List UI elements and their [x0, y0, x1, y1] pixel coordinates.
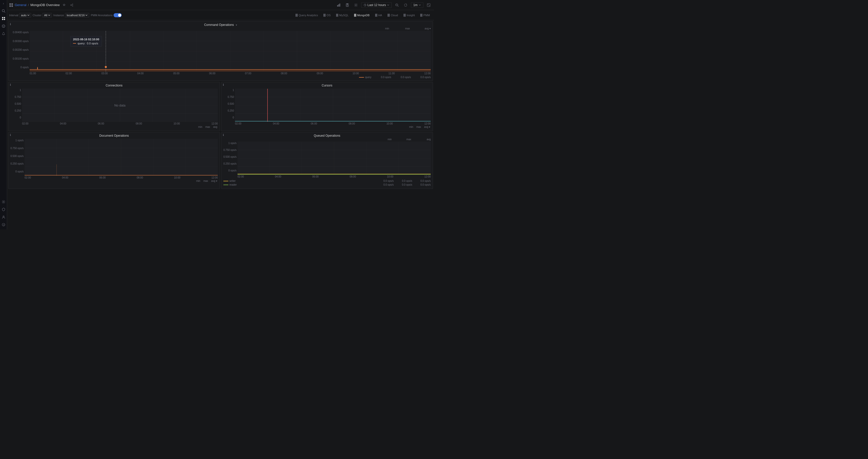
legend-item-reader[interactable]: reader: [223, 183, 375, 186]
legend-writer-avg: 0.0 ops/s: [414, 180, 431, 182]
chart-type-button[interactable]: [335, 2, 342, 8]
legend-header-min: min: [371, 27, 389, 30]
sidebar: ›: [0, 0, 7, 230]
tab-mongodb[interactable]: MongoDB: [352, 13, 372, 18]
svg-point-17: [70, 5, 71, 5]
sidebar-icon-dashboard[interactable]: [1, 16, 7, 22]
panel-queued-operations: ℹ Queued Operations min max avg 1 ops/s: [221, 132, 433, 189]
sidebar-icon-explore[interactable]: [1, 23, 7, 29]
connections-avg[interactable]: avg: [213, 125, 217, 128]
svg-rect-5: [4, 19, 5, 20]
svg-point-28: [355, 5, 356, 6]
legend-reader-max: 0.0 ops/s: [396, 183, 412, 186]
panel-cursors-info[interactable]: ℹ: [223, 83, 224, 87]
tab-query-analytics[interactable]: Query Analytics: [293, 13, 320, 18]
legend-reader-avg: 0.0 ops/s: [414, 183, 431, 186]
interval-select[interactable]: auto: [19, 13, 31, 18]
tab-cloud[interactable]: Cloud: [385, 13, 400, 18]
panel-cursors: ℹ Cursors 1 0.750 0.500 0.250 0: [221, 82, 433, 131]
interval-picker[interactable]: 1m: [411, 2, 423, 8]
cursors-chart: [235, 89, 431, 122]
legend-item-query[interactable]: query: [359, 76, 371, 79]
tab-ha[interactable]: HA: [373, 13, 384, 18]
panel-queued-info[interactable]: ℹ: [223, 133, 224, 137]
doc-ops-avg[interactable]: avg ▾: [211, 180, 217, 182]
apps-icon: [9, 3, 13, 7]
panel-connections: ℹ Connections 1 0.750 0.500 0.250 0: [8, 82, 220, 131]
panel-command-operations-title: Command Operations: [204, 23, 234, 27]
share-button[interactable]: [69, 3, 75, 8]
legend-item-writer[interactable]: writer: [223, 180, 375, 182]
connections-min[interactable]: min: [198, 125, 202, 128]
cursors-max[interactable]: max: [416, 125, 421, 128]
svg-line-19: [71, 4, 72, 5]
connections-max[interactable]: max: [205, 125, 210, 128]
queued-legend-header-max: max: [395, 138, 411, 141]
sidebar-icon-user[interactable]: [1, 214, 7, 220]
panel-doc-info[interactable]: ℹ: [10, 133, 11, 137]
queued-operations-chart: [238, 142, 431, 175]
panel-connections-content: 1 0.750 0.500 0.250 0: [8, 88, 220, 131]
save-button[interactable]: [344, 2, 350, 8]
instance-control: Instance localhost:9216: [54, 13, 90, 18]
cursors-avg-chevron[interactable]: ▾: [429, 125, 430, 128]
cursors-min[interactable]: min: [409, 125, 413, 128]
time-range-picker[interactable]: Last 12 hours: [361, 2, 392, 8]
doc-ops-max[interactable]: max: [203, 180, 208, 182]
doc-ops-legend-footer: min max avg ▾: [10, 179, 218, 183]
tab-mysql[interactable]: MySQL: [334, 13, 350, 18]
svg-rect-12: [9, 3, 11, 5]
cluster-select[interactable]: All: [42, 13, 52, 18]
sidebar-icon-help[interactable]: ?: [1, 222, 7, 228]
refresh-button[interactable]: [402, 2, 409, 8]
interval-control: Interval auto: [9, 13, 31, 18]
svg-line-31: [365, 5, 366, 6]
svg-point-54: [105, 66, 107, 68]
panel-connections-title: Connections: [106, 84, 123, 87]
svg-point-7: [3, 26, 4, 27]
panel-info-icon[interactable]: ℹ: [10, 23, 11, 26]
cluster-control-label: Cluster: [33, 14, 41, 17]
breadcrumb-page: MongoDB Overview: [30, 3, 60, 7]
svg-rect-2: [2, 17, 3, 18]
x-axis-cursors: 02:00 04:00 06:00 08:00 10:00 12:00: [235, 122, 431, 125]
sidebar-toggle[interactable]: ›: [0, 1, 7, 6]
panel-command-operations-content: 0.00400 ops/s 0.00300 ops/s 0.00200 ops/…: [8, 30, 433, 81]
tab-insight[interactable]: Insight: [402, 13, 417, 18]
tab-pmm[interactable]: PMM: [418, 13, 432, 18]
queued-legend-header-avg: avg: [414, 138, 431, 141]
sidebar-icon-alerts[interactable]: [1, 31, 7, 37]
cursors-avg[interactable]: avg ▾: [424, 125, 430, 128]
annotations-toggle[interactable]: [114, 13, 122, 17]
panel-chevron-icon[interactable]: ▾: [236, 24, 237, 26]
no-data-text: No data: [114, 104, 125, 107]
interval-label: 1m: [413, 3, 417, 7]
panel-command-operations: ℹ Command Operations ▾ min max avg ▾ 0.0…: [8, 21, 433, 81]
star-button[interactable]: [61, 3, 67, 8]
x-axis-queued: 02:00 04:00 06:00 08:00 10:00 12:00: [238, 175, 431, 178]
svg-point-27: [347, 5, 347, 6]
legend-color-query: [359, 77, 364, 78]
document-operations-chart: [25, 139, 218, 176]
tab-os[interactable]: OS: [321, 13, 333, 18]
sidebar-icon-shield[interactable]: [1, 207, 7, 213]
expand-button[interactable]: [425, 2, 432, 8]
svg-rect-14: [9, 5, 11, 7]
interval-control-label: Interval: [9, 14, 18, 17]
sidebar-icon-search[interactable]: [1, 8, 7, 14]
zoom-out-button[interactable]: [394, 2, 400, 8]
x-axis-doc-ops: 02:00 04:00 06:00 08:00 10:00 12:00: [25, 176, 218, 179]
time-range-label: Last 12 hours: [368, 3, 386, 7]
panel-connections-info[interactable]: ℹ: [10, 83, 11, 87]
svg-rect-4: [2, 19, 3, 20]
breadcrumb-general[interactable]: General: [15, 3, 26, 7]
panel-connections-header: ℹ Connections: [8, 82, 220, 88]
x-axis-command: 01:00 02:00 03:00 04:00 05:00 06:00 07:0…: [30, 71, 431, 75]
settings-button[interactable]: [352, 2, 359, 8]
legend-writer-min: 0.0 ops/s: [377, 180, 394, 182]
instance-select[interactable]: localhost:9216: [65, 13, 89, 18]
svg-line-20: [71, 5, 72, 6]
legend-reader-min: 0.0 ops/s: [377, 183, 394, 186]
doc-ops-min[interactable]: min: [196, 180, 200, 182]
sidebar-icon-settings[interactable]: [1, 199, 7, 205]
